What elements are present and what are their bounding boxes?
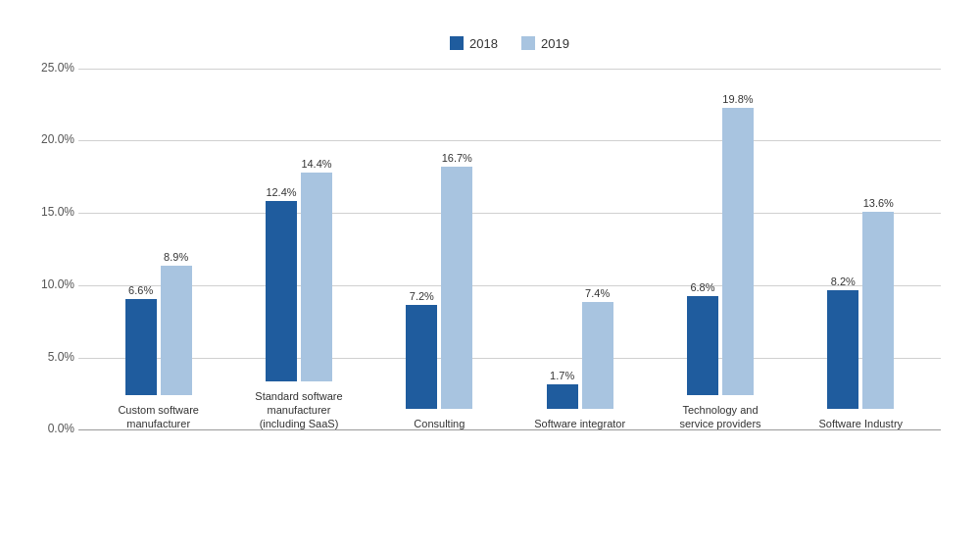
bar-wrapper-2018-0: 6.6%	[125, 284, 157, 395]
bar-wrapper-2018-1: 12.4%	[266, 186, 297, 381]
legend-color-2019	[521, 36, 535, 50]
bar-2018-3	[547, 384, 578, 409]
bar-wrapper-2018-5: 8.2%	[827, 276, 858, 409]
chart-container: 2018 2019 25.0% 20.0% 15.0% 10.0% 5.0% 0…	[20, 17, 960, 536]
chart-legend: 2018 2019	[78, 36, 941, 51]
bar-value-2019-4: 19.8%	[722, 93, 753, 105]
bar-2019-3	[582, 302, 613, 410]
bars-pair-4: 6.8% 19.8%	[687, 93, 754, 395]
chart-area: 25.0% 20.0% 15.0% 10.0% 5.0% 0.0% 6.6% 8…	[78, 69, 941, 431]
bars-pair-2: 7.2% 16.7%	[406, 152, 472, 409]
bar-2019-1	[301, 173, 332, 381]
bar-label-5: Software Industry	[819, 417, 904, 430]
bar-label-4: Technology andservice providers	[679, 403, 760, 431]
bars-pair-3: 1.7% 7.4%	[547, 287, 613, 410]
bar-2019-0	[161, 266, 192, 395]
bar-group-1: 12.4% 14.4% Standard softwaremanufacture…	[228, 158, 368, 431]
bar-value-2018-2: 7.2%	[410, 290, 434, 302]
bars-pair-5: 8.2% 13.6%	[827, 197, 894, 409]
bar-wrapper-2019-0: 8.9%	[161, 251, 192, 395]
bar-wrapper-2018-3: 1.7%	[547, 370, 578, 409]
bar-group-5: 8.2% 13.6% Software Industry	[791, 197, 931, 431]
legend-item-2018: 2018	[450, 36, 498, 51]
bar-value-2018-1: 12.4%	[266, 186, 296, 198]
bars-pair-0: 6.6% 8.9%	[125, 251, 192, 395]
bars-pair-1: 12.4% 14.4%	[266, 158, 332, 381]
bar-group-0: 6.6% 8.9% Custom softwaremanufacturer	[88, 251, 228, 430]
bar-group-2: 7.2% 16.7% Consulting	[369, 152, 510, 430]
bar-group-3: 1.7% 7.4% Software integrator	[510, 287, 650, 431]
bar-label-3: Software integrator	[534, 417, 625, 430]
bar-value-2018-4: 6.8%	[690, 281, 714, 293]
bar-value-2019-3: 7.4%	[585, 287, 610, 299]
bars-container: 6.6% 8.9% Custom softwaremanufacturer 12…	[78, 69, 941, 431]
bar-2018-2	[406, 305, 437, 410]
bar-value-2018-5: 8.2%	[831, 276, 856, 287]
bar-value-2019-1: 14.4%	[301, 158, 331, 170]
bar-value-2018-3: 1.7%	[550, 370, 574, 381]
bar-label-2: Consulting	[414, 417, 465, 430]
bar-wrapper-2018-2: 7.2%	[406, 290, 437, 410]
bar-wrapper-2019-1: 14.4%	[301, 158, 332, 381]
bar-value-2019-2: 16.7%	[442, 152, 472, 164]
legend-color-2018	[450, 36, 464, 50]
bar-2019-5	[862, 212, 894, 409]
bar-wrapper-2019-2: 16.7%	[441, 152, 472, 409]
legend-label-2019: 2019	[541, 36, 569, 51]
bar-wrapper-2018-4: 6.8%	[687, 281, 718, 395]
bar-wrapper-2019-3: 7.4%	[582, 287, 613, 410]
bar-2019-2	[441, 167, 472, 409]
bar-2018-1	[266, 201, 297, 381]
bar-label-0: Custom softwaremanufacturer	[118, 403, 199, 431]
legend-label-2018: 2018	[469, 36, 498, 51]
bar-wrapper-2019-4: 19.8%	[722, 93, 754, 395]
bar-value-2018-0: 6.6%	[128, 284, 153, 296]
bar-value-2019-0: 8.9%	[164, 251, 188, 263]
bar-2018-0	[125, 299, 157, 395]
bar-label-1: Standard softwaremanufacturer(including …	[255, 389, 342, 431]
legend-item-2019: 2019	[521, 36, 569, 51]
bar-group-4: 6.8% 19.8% Technology andservice provide…	[650, 93, 790, 431]
bar-2018-4	[687, 296, 718, 395]
bar-wrapper-2019-5: 13.6%	[862, 197, 894, 409]
bar-2019-4	[722, 108, 754, 395]
bar-value-2019-5: 13.6%	[863, 197, 894, 209]
bar-2018-5	[827, 290, 858, 409]
